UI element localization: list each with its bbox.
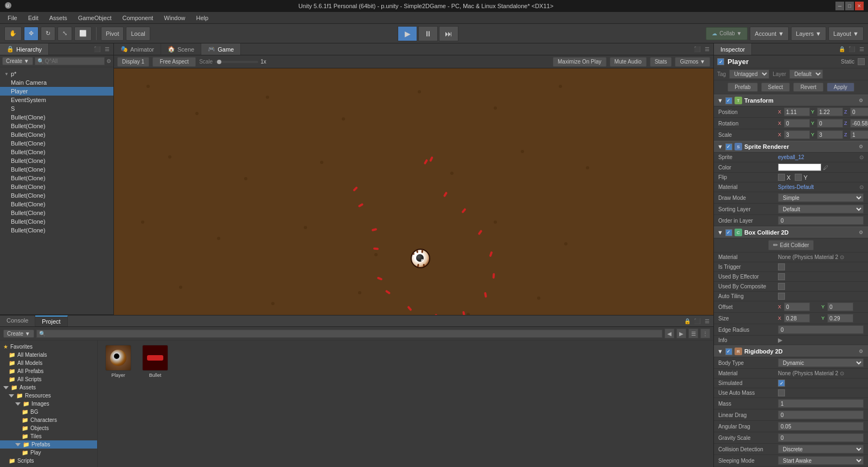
hierarchy-item-bullet-10[interactable]: Bullet(Clone)	[0, 191, 113, 200]
tab-inspector[interactable]: Inspector	[714, 43, 752, 55]
project-tree-resources[interactable]: 📁 Resources	[0, 392, 97, 400]
project-icon-btn-2[interactable]: ▶	[676, 329, 686, 338]
scale-thumb[interactable]	[217, 60, 221, 64]
tag-select[interactable]: Untagged	[729, 70, 769, 79]
project-tree-all-prefabs[interactable]: 📁 All Prefabs	[0, 367, 97, 375]
select-button[interactable]: Select	[761, 83, 790, 92]
tab-scene[interactable]: 🏠 Scene	[161, 43, 201, 55]
scale-tool-button[interactable]: ⤡	[58, 27, 72, 41]
rigidbody-checkbox[interactable]	[725, 348, 732, 355]
tab-hierarchy[interactable]: 🔒 Hierarchy	[0, 43, 49, 55]
hierarchy-create-button[interactable]: Create ▼	[2, 57, 33, 65]
edge-radius-input[interactable]	[778, 325, 864, 334]
menu-gameobject[interactable]: GameObject	[73, 14, 117, 22]
box-collider-checkbox[interactable]	[725, 229, 732, 236]
flip-x-checkbox[interactable]	[778, 174, 785, 181]
step-button[interactable]: ⏭	[439, 26, 458, 41]
object-active-checkbox[interactable]	[717, 58, 724, 65]
hierarchy-item-eventsystem[interactable]: EventSystem	[0, 96, 113, 104]
hierarchy-item-bullet-9[interactable]: Bullet(Clone)	[0, 182, 113, 191]
menu-window[interactable]: Window	[158, 14, 190, 22]
hierarchy-item-bullet-2[interactable]: Bullet(Clone)	[0, 122, 113, 130]
transform-checkbox[interactable]	[725, 97, 732, 104]
menu-assets[interactable]: Assets	[44, 14, 73, 22]
hierarchy-item-bullet-11[interactable]: Bullet(Clone)	[0, 200, 113, 209]
box-collider-header[interactable]: ▼ C Box Collider 2D ⚙	[714, 226, 868, 238]
play-button[interactable]: ▶	[398, 26, 417, 41]
rot-z-input[interactable]	[850, 119, 868, 128]
tab-animator[interactable]: 🎭 Animator	[114, 43, 161, 55]
rot-x-input[interactable]	[784, 119, 810, 128]
edit-collider-button[interactable]: ✏ Edit Collider	[768, 240, 814, 250]
menu-component[interactable]: Component	[117, 14, 158, 22]
prefab-button[interactable]: Prefab	[727, 83, 757, 92]
gravity-scale-input[interactable]	[778, 433, 864, 442]
project-tree-scripts[interactable]: 📁 Scripts	[0, 457, 97, 465]
maximize-on-play-button[interactable]: Maximize On Play	[553, 57, 607, 67]
project-tree-objects[interactable]: 📁 Objects	[0, 424, 97, 432]
hierarchy-item-maincamera[interactable]: Main Camera	[0, 78, 113, 87]
flip-y-checkbox[interactable]	[795, 174, 802, 181]
hierarchy-item-bullet-4[interactable]: Bullet(Clone)	[0, 139, 113, 148]
hierarchy-item-bullet-1[interactable]: Bullet(Clone)	[0, 113, 113, 122]
hierarchy-maximize-icon[interactable]: ⬛	[93, 45, 101, 54]
scale-x-input[interactable]	[784, 130, 810, 139]
minimize-button[interactable]: ─	[835, 2, 844, 10]
project-tree-assets[interactable]: 📁 Assets	[0, 383, 97, 392]
display-dropdown[interactable]: Display 1	[117, 57, 149, 67]
project-tree-play[interactable]: 📁 Play	[0, 449, 97, 457]
project-tree-characters[interactable]: 📁 Characters	[0, 416, 97, 424]
local-button[interactable]: Local	[126, 27, 150, 41]
project-tree-all-materials[interactable]: 📁 All Materials	[0, 351, 97, 359]
hierarchy-item-bullet-6[interactable]: Bullet(Clone)	[0, 156, 113, 165]
inspector-lock-icon[interactable]: 🔒	[838, 45, 846, 54]
size-x-input[interactable]	[784, 314, 810, 323]
scene-maximize-icon[interactable]: ⬛	[693, 45, 701, 54]
mass-input[interactable]	[778, 399, 864, 408]
offset-x-input[interactable]	[784, 302, 810, 311]
hierarchy-item-bullet-12[interactable]: Bullet(Clone)	[0, 209, 113, 217]
color-swatch[interactable]	[778, 163, 821, 171]
linear-drag-input[interactable]	[778, 411, 864, 419]
maximize-button[interactable]: □	[845, 2, 854, 10]
sleeping-mode-select[interactable]: Start Awake	[778, 456, 864, 465]
revert-button[interactable]: Revert	[793, 83, 823, 92]
asset-item-player[interactable]: Player	[102, 345, 135, 378]
collab-button[interactable]: ☁ Collab ▼	[706, 27, 748, 40]
layer-select[interactable]: Default	[789, 70, 823, 79]
menu-edit[interactable]: Edit	[23, 14, 44, 22]
project-tree-bg[interactable]: 📁 BG	[0, 408, 97, 416]
static-checkbox[interactable]	[858, 58, 865, 65]
hierarchy-search-input[interactable]	[45, 58, 102, 64]
hierarchy-item-bullet-14[interactable]: Bullet(Clone)	[0, 226, 113, 235]
auto-tiling-checkbox[interactable]	[778, 293, 785, 300]
project-create-button[interactable]: Create ▼	[3, 330, 34, 338]
is-trigger-checkbox[interactable]	[778, 263, 785, 270]
pause-button[interactable]: ⏸	[418, 26, 438, 41]
project-search-input[interactable]	[47, 331, 660, 337]
hierarchy-extra-icon[interactable]: ⚙	[106, 58, 111, 64]
apply-button[interactable]: Apply	[827, 83, 854, 92]
aspect-dropdown[interactable]: Free Aspect	[152, 57, 196, 67]
box-collider-settings-icon[interactable]: ⚙	[857, 229, 865, 236]
layout-button[interactable]: Layout ▼	[828, 27, 864, 41]
hierarchy-item-s[interactable]: S	[0, 104, 113, 113]
menu-help[interactable]: Help	[190, 14, 214, 22]
pos-z-input[interactable]	[850, 108, 868, 116]
project-tree-images[interactable]: 📁 Images	[0, 400, 97, 408]
material-target-icon[interactable]: ⊙	[859, 184, 864, 190]
hierarchy-item-bullet-13[interactable]: Bullet(Clone)	[0, 217, 113, 226]
project-maximize-icon[interactable]: ⬛	[693, 317, 701, 325]
hierarchy-item-bullet-8[interactable]: Bullet(Clone)	[0, 174, 113, 182]
rot-y-input[interactable]	[817, 119, 843, 128]
asset-item-bullet[interactable]: Bullet	[139, 345, 171, 378]
project-icon-btn-3[interactable]: ☰	[688, 329, 698, 338]
menu-file[interactable]: File	[2, 14, 23, 22]
scene-menu-icon[interactable]: ☰	[703, 45, 711, 54]
rigidbody-material-icon[interactable]: ⊙	[840, 370, 844, 376]
transform-settings-icon[interactable]: ⚙	[857, 97, 865, 104]
pos-x-input[interactable]	[784, 108, 810, 116]
sprite-renderer-header[interactable]: ▼ S Sprite Renderer ⚙	[714, 141, 868, 153]
rigidbody-settings-icon[interactable]: ⚙	[857, 348, 865, 355]
mute-audio-button[interactable]: Mute Audio	[610, 57, 647, 67]
